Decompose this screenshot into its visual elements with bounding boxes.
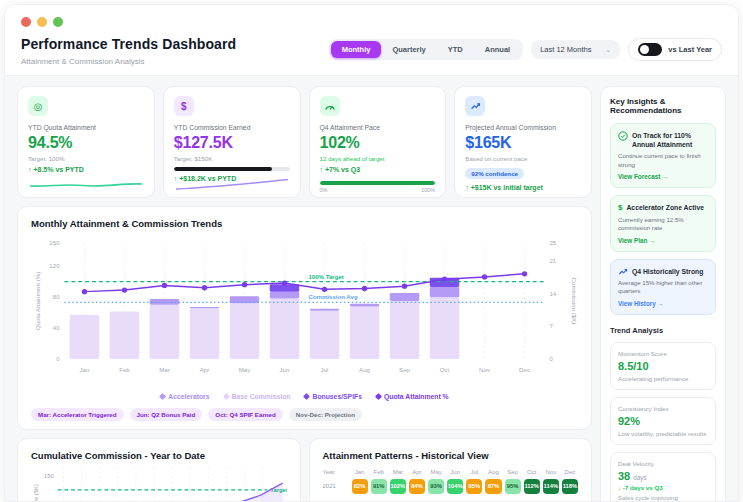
kpi-value: $127.5K (174, 134, 290, 152)
svg-text:80: 80 (53, 293, 60, 300)
page-title: Performance Trends Dashboard (21, 36, 236, 52)
metric-delta: ↓ -7 days vs Q3 (618, 484, 708, 491)
metric-value: 92% (618, 415, 708, 427)
heatmap-cell: 118% (562, 479, 578, 494)
svg-text:Sep: Sep (399, 366, 410, 373)
view-forecast-link[interactable]: View Forecast → (618, 173, 708, 180)
chart-legend: Accelerators Base Commission Bonuses/SPI… (31, 393, 578, 400)
window-controls (21, 17, 722, 27)
heatmap-cell: 82% (352, 479, 368, 494)
trend-analysis-title: Trend Analysis (610, 326, 716, 335)
kpi-card-quota-attainment: ◎ YTD Quota Attainment 94.5% Target: 100… (17, 86, 155, 198)
heatmap-cell: 104% (447, 479, 463, 494)
metric-consistency-index: Consistency Index 92% Low volatility, pr… (610, 397, 716, 445)
heatmap-header: Nov (543, 469, 559, 475)
titlebar: Performance Trends Dashboard Attainment … (5, 5, 738, 76)
heatmap-cell: 112% (524, 479, 540, 494)
kpi-label: Projected Annual Commission (465, 124, 581, 131)
heatmap-header: Dec (562, 469, 578, 475)
svg-text:Quota Attainment (%): Quota Attainment (%) (34, 272, 41, 330)
heatmap-cell: 87% (485, 479, 501, 494)
svg-text:Mar: Mar (159, 366, 169, 373)
toggle-switch[interactable] (638, 43, 662, 56)
event-badge-jun: Jun: Q2 Bonus Paid (130, 408, 203, 421)
legend-quota-attainment[interactable]: Quota Attainment % (376, 393, 449, 400)
insight-body: Currently earning 12.5% commission rate (618, 216, 708, 233)
kpi-value: $165K (465, 134, 581, 152)
bottom-row: Cumulative Commission - Year to Date 150… (17, 438, 592, 502)
commission-progress-bar (174, 167, 290, 171)
minimize-window-button[interactable] (37, 17, 47, 27)
monthly-trends-card: Monthly Attainment & Commission Trends J… (17, 206, 592, 430)
chart-title: Attainment Patterns - Historical View (323, 450, 579, 461)
heatmap-header: Oct (524, 469, 540, 475)
compare-toggle[interactable]: vs Last Year (628, 38, 722, 61)
confidence-badge: 92% confidence (465, 168, 524, 179)
svg-text:May: May (239, 366, 251, 373)
svg-text:40: 40 (53, 324, 60, 331)
close-window-button[interactable] (21, 17, 31, 27)
metric-sub: Sales cycle improving (618, 494, 708, 501)
heatmap-header: May (428, 469, 444, 475)
legend-marker (375, 392, 382, 399)
legend-accelerators[interactable]: Accelerators (160, 393, 209, 400)
event-badge-projection: Nov-Dec: Projection (289, 408, 362, 421)
heatmap-year: 2021 (323, 483, 349, 489)
monthly-trends-chart: JanFebMarAprMayJunJulAugSepOctNovDec0408… (31, 235, 578, 391)
event-badge-mar: Mar: Accelerator Triggered (31, 408, 124, 421)
insight-body: Average 15% higher than other quarters (618, 279, 708, 296)
svg-text:Feb: Feb (119, 366, 130, 373)
kpi-target: Target: 100% (28, 155, 144, 162)
heatmap-cell: 85% (466, 479, 482, 494)
svg-text:150: 150 (44, 473, 55, 479)
svg-text:0: 0 (56, 355, 60, 362)
legend-base-commission[interactable]: Base Commission (224, 393, 291, 400)
sparkline (174, 177, 290, 191)
insights-sidebar: Key Insights & Recommendations On Track … (600, 86, 726, 502)
pace-progress-bar (320, 181, 436, 185)
tab-monthly[interactable]: Monthly (331, 41, 382, 58)
dollar-icon: $ (618, 203, 622, 212)
kpi-label: Q4 Attainment Pace (320, 124, 436, 131)
kpi-card-projected-commission: Projected Annual Commission $165K Based … (454, 86, 592, 198)
kpi-card-q4-pace: Q4 Attainment Pace 102% 12 days ahead of… (309, 86, 447, 198)
svg-text:Oct: Oct (440, 366, 450, 373)
svg-text:7: 7 (549, 322, 553, 329)
attainment-patterns-card: Attainment Patterns - Historical View Ye… (309, 438, 593, 502)
svg-text:Jan: Jan (80, 366, 90, 373)
heatmap-header: Sep (505, 469, 521, 475)
date-range-dropdown[interactable]: Last 12 Months ⌄ (531, 40, 620, 59)
legend-marker (159, 392, 166, 399)
heatmap-header: Jan (352, 469, 368, 475)
scale-min: 0% (320, 187, 328, 193)
legend-bonuses-spifs[interactable]: Bonuses/SPIFs (304, 393, 361, 400)
header-text: Performance Trends Dashboard Attainment … (21, 36, 236, 66)
svg-text:100% Target: 100% Target (308, 273, 343, 280)
kpi-label: YTD Commission Earned (174, 124, 290, 131)
cumulative-commission-chart: 150Cumulative ($K)Target (31, 467, 287, 502)
tab-ytd[interactable]: YTD (437, 41, 474, 58)
insight-title: Accelerator Zone Active (626, 203, 704, 212)
svg-text:0: 0 (549, 355, 553, 362)
insights-title: Key Insights & Recommendations (610, 97, 716, 115)
zoom-window-button[interactable] (53, 17, 63, 27)
metric-label: Deal Velocity (618, 460, 708, 467)
heatmap-header: Jul (466, 469, 482, 475)
tab-quarterly[interactable]: Quarterly (381, 41, 436, 58)
svg-text:150: 150 (49, 239, 60, 246)
svg-text:Commission ($K): Commission ($K) (571, 278, 578, 325)
view-plan-link[interactable]: View Plan → (618, 237, 708, 244)
heatmap-header: Aug (485, 469, 501, 475)
dollar-icon: $ (174, 96, 194, 116)
tab-annual[interactable]: Annual (474, 41, 521, 58)
metric-unit: days (633, 474, 646, 481)
view-history-link[interactable]: View History → (618, 300, 708, 307)
svg-text:Commission Avg: Commission Avg (308, 293, 357, 300)
kpi-row: ◎ YTD Quota Attainment 94.5% Target: 100… (17, 86, 592, 198)
pace-scale: 0% 100% (320, 187, 436, 193)
metric-deal-velocity: Deal Velocity 38 days ↓ -7 days vs Q3 Sa… (610, 452, 716, 502)
toggle-knob (640, 45, 649, 54)
kpi-delta: ↑ +$15K vs initial target (465, 184, 581, 191)
insight-body: Continue current pace to finish strong (618, 152, 708, 169)
compare-toggle-label: vs Last Year (668, 45, 712, 54)
